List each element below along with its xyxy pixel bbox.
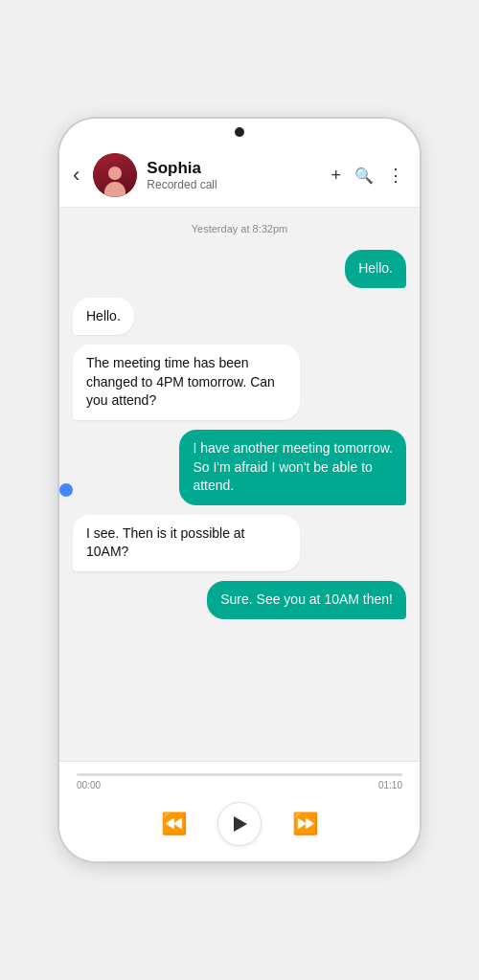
play-icon — [234, 816, 247, 832]
message-bubble-4: I have another meeting tomorrow. So I'm … — [179, 430, 406, 505]
header-actions: + 🔍 ⋮ — [331, 165, 404, 186]
message-bubble-3: The meeting time has been changed to 4PM… — [73, 345, 300, 420]
message-row-2: Hello. — [73, 298, 406, 336]
back-button[interactable]: ‹ — [69, 159, 83, 191]
total-time: 01:10 — [378, 780, 402, 791]
message-bubble-2: Hello. — [73, 298, 134, 336]
chat-area: Yesterday at 8:32pm Hello. Hello. The me… — [59, 208, 420, 761]
avatar-silhouette — [102, 165, 128, 197]
phone-frame: ‹ Sophia Recorded call + 🔍 ⋮ Yesterday a… — [57, 117, 422, 863]
contact-status: Recorded call — [147, 178, 331, 191]
audio-player: 00:00 01:10 ⏪ ⏩ — [59, 761, 420, 861]
phone-notch — [59, 119, 420, 145]
progress-track[interactable] — [77, 773, 402, 776]
message-row-3: The meeting time has been changed to 4PM… — [73, 345, 406, 420]
progress-bar-container — [77, 773, 402, 776]
player-controls: ⏪ ⏩ — [77, 802, 402, 846]
avatar — [93, 153, 137, 197]
message-row-4: I have another meeting tomorrow. So I'm … — [73, 430, 406, 505]
avatar-body — [104, 182, 125, 197]
message-row-5: I see. Then is it possible at 10AM? — [73, 515, 406, 571]
play-button[interactable] — [217, 802, 262, 846]
message-bubble-5: I see. Then is it possible at 10AM? — [73, 515, 300, 571]
contact-info: Sophia Recorded call — [147, 159, 331, 191]
chat-header: ‹ Sophia Recorded call + 🔍 ⋮ — [59, 145, 420, 208]
rewind-icon: ⏪ — [161, 812, 187, 836]
message-row-6: Sure. See you at 10AM then! — [73, 581, 406, 619]
fast-forward-icon: ⏩ — [292, 812, 318, 836]
contact-name: Sophia — [147, 159, 331, 178]
camera-dot — [235, 127, 244, 137]
add-icon[interactable]: + — [331, 166, 341, 186]
current-time: 00:00 — [77, 780, 101, 791]
rewind-button[interactable]: ⏪ — [161, 812, 187, 836]
avatar-image — [93, 153, 137, 197]
more-options-icon[interactable]: ⋮ — [387, 165, 404, 186]
search-icon[interactable]: 🔍 — [354, 167, 374, 185]
fast-forward-button[interactable]: ⏩ — [292, 812, 318, 836]
message-timestamp: Yesterday at 8:32pm — [73, 223, 406, 234]
avatar-head — [108, 167, 122, 180]
message-bubble-1: Hello. — [345, 250, 406, 288]
message-row-1: Hello. — [73, 250, 406, 288]
time-labels: 00:00 01:10 — [77, 780, 402, 791]
message-bubble-6: Sure. See you at 10AM then! — [207, 581, 406, 619]
progress-handle[interactable] — [59, 483, 73, 497]
